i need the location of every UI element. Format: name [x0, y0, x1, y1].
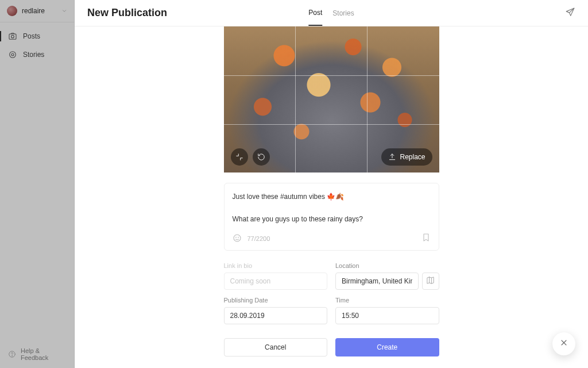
location-field: Location — [335, 262, 439, 290]
publishing-date-field: Publishing Date — [224, 297, 328, 324]
location-input[interactable] — [335, 273, 419, 290]
form-grid: Link in bio Location — [224, 262, 439, 324]
crop-button[interactable] — [231, 148, 248, 166]
cancel-button[interactable]: Cancel — [224, 338, 328, 356]
close-button[interactable] — [552, 332, 575, 355]
map-button[interactable] — [422, 273, 439, 290]
create-button[interactable]: Create — [335, 338, 439, 356]
new-publication-modal: New Publication Post Stories — [75, 0, 588, 368]
svg-point-8 — [238, 237, 238, 237]
action-row: Cancel Create — [224, 338, 439, 356]
publishing-date-label: Publishing Date — [224, 297, 328, 304]
caption-input[interactable]: Just love these #autumn vibes 🍁🍂 What ar… — [233, 191, 431, 225]
map-icon — [426, 276, 435, 286]
close-icon — [559, 338, 568, 350]
link-in-bio-label: Link in bio — [224, 262, 328, 269]
time-field: Time — [335, 297, 439, 324]
modal-tabs: Post Stories — [308, 0, 354, 26]
caption-card: Just love these #autumn vibes 🍁🍂 What ar… — [224, 183, 439, 251]
tab-stories[interactable]: Stories — [332, 1, 354, 25]
svg-point-7 — [235, 237, 236, 237]
link-in-bio-input — [224, 273, 328, 290]
publishing-date-input[interactable] — [224, 307, 328, 324]
upload-icon — [388, 153, 396, 161]
shrink-icon — [235, 153, 243, 161]
bookmark-icon[interactable] — [421, 233, 431, 244]
rotate-icon — [257, 153, 265, 161]
modal-title: New Publication — [87, 7, 167, 19]
time-input[interactable] — [335, 307, 439, 324]
send-icon[interactable] — [565, 7, 575, 20]
replace-button[interactable]: Replace — [381, 148, 432, 166]
image-preview[interactable]: Replace — [224, 26, 439, 172]
location-label: Location — [335, 262, 439, 269]
time-label: Time — [335, 297, 439, 304]
modal-body: Replace Just love these #autumn vibes 🍁🍂… — [75, 26, 588, 368]
replace-label: Replace — [400, 153, 425, 161]
rotate-button[interactable] — [253, 148, 270, 166]
emoji-icon[interactable] — [233, 233, 242, 244]
link-in-bio-field: Link in bio — [224, 262, 328, 290]
svg-point-6 — [234, 235, 241, 241]
modal-header: New Publication Post Stories — [75, 0, 588, 26]
tab-post[interactable]: Post — [308, 1, 322, 26]
char-counter: 77/2200 — [247, 235, 270, 242]
